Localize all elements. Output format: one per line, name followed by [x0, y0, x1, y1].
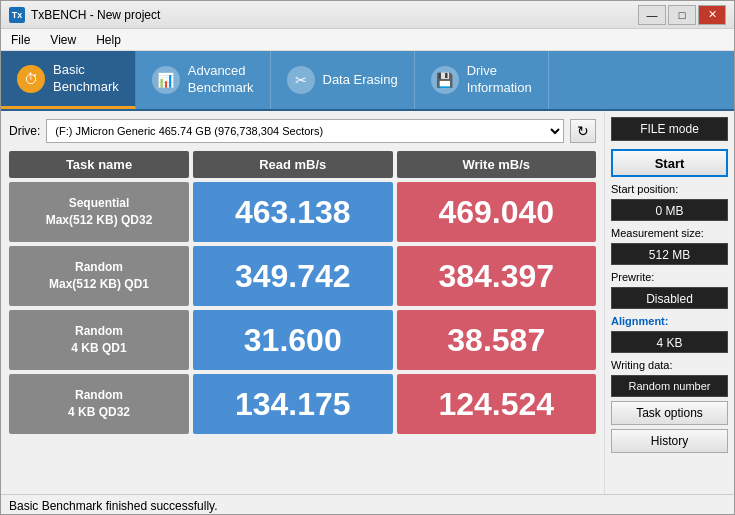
- file-mode-button[interactable]: FILE mode: [611, 117, 728, 141]
- measurement-size-value[interactable]: 512 MB: [611, 243, 728, 265]
- advanced-benchmark-icon: 📊: [152, 66, 180, 94]
- tab-data-erasing-label: Data Erasing: [323, 72, 398, 89]
- tab-drive-information[interactable]: 💾 DriveInformation: [415, 51, 549, 109]
- main-content: Drive: (F:) JMicron Generic 465.74 GB (9…: [1, 111, 734, 494]
- start-position-label: Start position:: [611, 183, 728, 195]
- row-1-write: 469.040: [397, 182, 597, 242]
- status-text: Basic Benchmark finished successfully.: [9, 499, 218, 513]
- right-panel: FILE mode Start Start position: 0 MB Mea…: [604, 111, 734, 494]
- drive-label: Drive:: [9, 124, 40, 138]
- alignment-label: Alignment:: [611, 315, 728, 327]
- minimize-button[interactable]: —: [638, 5, 666, 25]
- tab-drive-information-label: DriveInformation: [467, 63, 532, 97]
- table-row: RandomMax(512 KB) QD1 349.742 384.397: [9, 246, 596, 306]
- table-header: Task name Read mB/s Write mB/s: [9, 151, 596, 178]
- start-position-value[interactable]: 0 MB: [611, 199, 728, 221]
- header-write: Write mB/s: [397, 151, 597, 178]
- row-4-read: 134.175: [193, 374, 393, 434]
- table-row: Random4 KB QD32 134.175 124.524: [9, 374, 596, 434]
- drive-refresh-button[interactable]: ↻: [570, 119, 596, 143]
- prewrite-label: Prewrite:: [611, 271, 728, 283]
- maximize-button[interactable]: □: [668, 5, 696, 25]
- close-button[interactable]: ✕: [698, 5, 726, 25]
- row-4-label: Random4 KB QD32: [9, 374, 189, 434]
- table-row: Random4 KB QD1 31.600 38.587: [9, 310, 596, 370]
- row-4-write: 124.524: [397, 374, 597, 434]
- toolbar: ⏱ BasicBenchmark 📊 AdvancedBenchmark ✂ D…: [1, 51, 734, 111]
- prewrite-value[interactable]: Disabled: [611, 287, 728, 309]
- row-2-read: 349.742: [193, 246, 393, 306]
- header-task-name: Task name: [9, 151, 189, 178]
- menu-file[interactable]: File: [5, 31, 36, 49]
- tab-data-erasing[interactable]: ✂ Data Erasing: [271, 51, 415, 109]
- tab-advanced-benchmark-label: AdvancedBenchmark: [188, 63, 254, 97]
- row-2-write: 384.397: [397, 246, 597, 306]
- history-button[interactable]: History: [611, 429, 728, 453]
- task-options-button[interactable]: Task options: [611, 401, 728, 425]
- writing-data-label: Writing data:: [611, 359, 728, 371]
- row-1-label: SequentialMax(512 KB) QD32: [9, 182, 189, 242]
- tab-basic-benchmark[interactable]: ⏱ BasicBenchmark: [1, 51, 136, 109]
- header-read: Read mB/s: [193, 151, 393, 178]
- row-3-label: Random4 KB QD1: [9, 310, 189, 370]
- start-button[interactable]: Start: [611, 149, 728, 177]
- row-2-label: RandomMax(512 KB) QD1: [9, 246, 189, 306]
- menu-help[interactable]: Help: [90, 31, 127, 49]
- row-1-read: 463.138: [193, 182, 393, 242]
- table-row: SequentialMax(512 KB) QD32 463.138 469.0…: [9, 182, 596, 242]
- row-3-write: 38.587: [397, 310, 597, 370]
- app-icon: Tx: [9, 7, 25, 23]
- measurement-size-label: Measurement size:: [611, 227, 728, 239]
- drive-row: Drive: (F:) JMicron Generic 465.74 GB (9…: [9, 119, 596, 143]
- writing-data-value[interactable]: Random number: [611, 375, 728, 397]
- window-controls: — □ ✕: [638, 5, 726, 25]
- row-3-read: 31.600: [193, 310, 393, 370]
- left-panel: Drive: (F:) JMicron Generic 465.74 GB (9…: [1, 111, 604, 494]
- drive-information-icon: 💾: [431, 66, 459, 94]
- tab-basic-benchmark-label: BasicBenchmark: [53, 62, 119, 96]
- drive-select[interactable]: (F:) JMicron Generic 465.74 GB (976,738,…: [46, 119, 564, 143]
- data-erasing-icon: ✂: [287, 66, 315, 94]
- alignment-value[interactable]: 4 KB: [611, 331, 728, 353]
- basic-benchmark-icon: ⏱: [17, 65, 45, 93]
- title-text: TxBENCH - New project: [31, 8, 160, 22]
- tab-advanced-benchmark[interactable]: 📊 AdvancedBenchmark: [136, 51, 271, 109]
- title-bar: Tx TxBENCH - New project — □ ✕: [1, 1, 734, 29]
- menu-view[interactable]: View: [44, 31, 82, 49]
- status-bar: Basic Benchmark finished successfully.: [1, 494, 734, 515]
- menu-bar: File View Help: [1, 29, 734, 51]
